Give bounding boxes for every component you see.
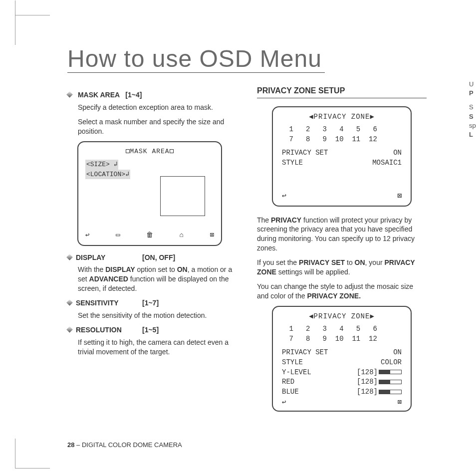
osd2-row4-l: RED <box>282 377 294 387</box>
mask-area-range: [1~4] <box>125 91 142 99</box>
resolution-heading: RESOLUTION [1~5] <box>67 325 237 335</box>
mask-area-p1: Specify a detection exception area to ma… <box>67 103 237 112</box>
privacy-p3: You can change the style to adjust the m… <box>257 282 427 301</box>
privacy-osd-2: ◀PRIVACY ZONE▶ 1 2 3 4 5 6 7 8 9 10 11 1… <box>272 306 412 412</box>
diamond-icon <box>66 254 73 260</box>
right-column: PRIVACY ZONE SETUP ◀PRIVACY ZONE▶ 1 2 3 … <box>257 85 427 421</box>
red-bar <box>379 380 402 384</box>
blue-bar <box>379 390 402 394</box>
display-label: DISPLAY <box>76 253 105 261</box>
next-page-cutoff: U P S S sp L <box>469 80 476 139</box>
osd1-nums1: 1 2 3 4 5 6 <box>280 125 404 135</box>
home-icon: ⌂ <box>180 231 184 240</box>
display-text: With the DISPLAY option set to ON, a mot… <box>67 265 237 293</box>
diamond-icon <box>66 91 73 98</box>
osd2-row3-r: [128] <box>357 368 402 378</box>
privacy-zone-heading: PRIVACY ZONE SETUP <box>257 85 427 98</box>
osd2-title: ◀PRIVACY ZONE▶ <box>280 312 404 322</box>
osd2-nums2: 7 8 9 10 11 12 <box>280 334 404 344</box>
osd1-nums2: 7 8 9 10 11 12 <box>280 135 404 145</box>
sensitivity-range: [1~7] <box>142 298 237 308</box>
osd1-row1-r: ON <box>393 148 402 158</box>
back-icon: ↩ <box>282 398 286 408</box>
privacy-p1: The PRIVACY function will protect your p… <box>257 216 427 253</box>
footer-label: DIGITAL COLOR DOME CAMERA <box>82 441 182 449</box>
privacy-p2: If you set the PRIVACY SET to ON, your P… <box>257 258 427 277</box>
osd2-nums1: 1 2 3 4 5 6 <box>280 324 404 334</box>
diamond-icon <box>66 299 73 306</box>
diamond-icon <box>66 326 73 333</box>
sensitivity-label: SENSITIVITY <box>76 299 119 307</box>
close-icon: ⊠ <box>398 398 402 408</box>
crop-mark-bottom <box>15 439 50 469</box>
osd2-row2-r: COLOR <box>381 358 402 368</box>
osd2-row1-r: ON <box>393 348 402 358</box>
osd2-row4-r: [128] <box>357 377 402 387</box>
osd2-row3-l: Y-LEVEL <box>282 368 311 378</box>
mask-osd-rect <box>160 176 205 216</box>
osd1-row1-l: PRIVACY SET <box>282 148 328 158</box>
mask-osd-size: <SIZE> ↲ <box>85 160 214 170</box>
mask-area-osd: MASK AREA <SIZE> ↲ <LOCATION>↲ ↩ ▭ 🗑 ⌂ ⊠ <box>77 141 222 246</box>
sensitivity-text: Set the sensitivity of the motion detect… <box>67 311 237 320</box>
resolution-text: If setting it to high, the camera can de… <box>67 338 237 357</box>
resolution-range: [1~5] <box>142 325 237 335</box>
mask-area-p2: Select a mask number and specify the siz… <box>67 117 237 136</box>
back-icon: ↩ <box>282 191 286 202</box>
resolution-label: RESOLUTION <box>76 326 122 334</box>
osd1-row2-r: MOSAIC1 <box>372 158 402 168</box>
ylevel-bar <box>379 370 402 374</box>
privacy-osd-1: ◀PRIVACY ZONE▶ 1 2 3 4 5 6 7 8 9 10 11 1… <box>272 106 412 207</box>
osd2-row1-l: PRIVACY SET <box>282 348 328 358</box>
display-heading: DISPLAY [ON, OFF] <box>67 253 237 262</box>
page-title: How to use OSD Menu <box>67 45 325 73</box>
display-range: [ON, OFF] <box>142 253 237 262</box>
mask-area-heading: MASK AREA [1~4] <box>67 90 237 100</box>
left-column: MASK AREA [1~4] Specify a detection exce… <box>67 85 237 421</box>
sensitivity-heading: SENSITIVITY [1~7] <box>67 298 237 308</box>
crop-mark-top <box>15 15 50 45</box>
page-number: 28 <box>67 441 74 449</box>
close-icon: ⊠ <box>397 191 402 202</box>
osd2-row5-l: BLUE <box>282 387 299 397</box>
osd2-row2-l: STYLE <box>282 358 303 368</box>
osd1-row2-l: STYLE <box>282 158 303 168</box>
mask-area-label: MASK AREA <box>78 91 120 99</box>
osd1-title: ◀PRIVACY ZONE▶ <box>280 112 404 122</box>
close-icon: ⊠ <box>210 231 214 240</box>
mask-osd-title: MASK AREA <box>85 147 214 156</box>
page-footer: 28 – DIGITAL COLOR DOME CAMERA <box>67 441 182 449</box>
trash-icon: 🗑 <box>146 231 153 240</box>
osd2-row5-r: [128] <box>357 387 402 397</box>
back-icon: ↩ <box>85 231 89 240</box>
window-icon: ▭ <box>116 231 120 240</box>
